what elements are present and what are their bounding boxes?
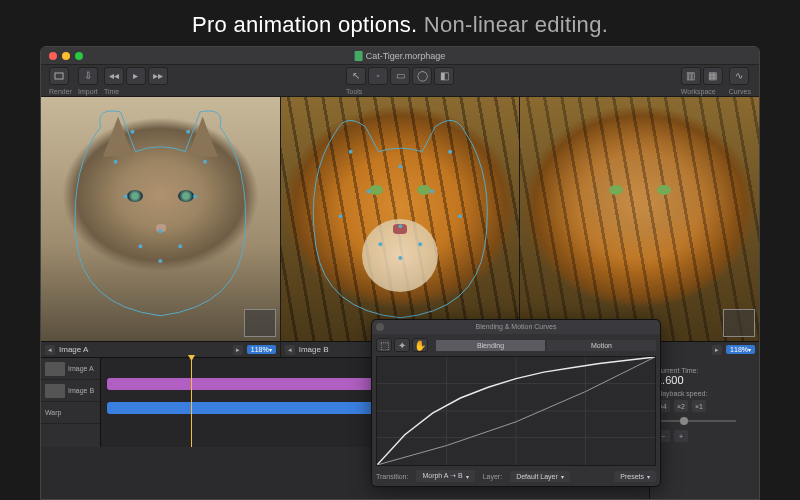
- svg-rect-0: [55, 73, 63, 79]
- tab-motion[interactable]: Motion: [547, 340, 656, 351]
- viewports: ◂ Image A ▸ 118% ◂ Image B ▸ 118%: [41, 97, 759, 357]
- hand-tool-icon[interactable]: ✋: [412, 338, 428, 352]
- speed-slider[interactable]: [656, 420, 736, 422]
- layer-dropdown[interactable]: Default Layer: [510, 471, 570, 482]
- document-icon: [355, 51, 363, 61]
- play-button[interactable]: ▸: [126, 67, 146, 85]
- transition-label: Transition:: [376, 473, 408, 480]
- close-icon[interactable]: [376, 323, 384, 331]
- current-time-label: Current Time:: [656, 367, 753, 374]
- playhead[interactable]: [191, 358, 192, 447]
- workspace-label: Workspace: [681, 88, 716, 95]
- chevron-right-icon[interactable]: ▸: [233, 345, 243, 355]
- minimize-icon[interactable]: [62, 52, 70, 60]
- tools-label: Tools: [346, 88, 362, 95]
- zoom-dropdown[interactable]: 118%: [726, 345, 755, 354]
- render-label: Render: [49, 88, 72, 95]
- maximize-icon[interactable]: [75, 52, 83, 60]
- workspace-1-button[interactable]: ▥: [681, 67, 701, 85]
- track-label-a[interactable]: Image A: [41, 358, 100, 380]
- side-panel: Current Time: 1.600 Playback speed: ×4 ×…: [649, 357, 759, 499]
- toolbar: Render ⇩ Import ◂◂ ▸ ▸▸ Time ↖ ◦ ▭ ◯ ◧: [41, 65, 759, 97]
- curve-graph[interactable]: [376, 356, 656, 466]
- time-label: Time: [104, 88, 119, 95]
- panel-title: Blending & Motion Curves: [372, 320, 660, 334]
- slider-knob[interactable]: [680, 417, 688, 425]
- viewport-a[interactable]: ◂ Image A ▸ 118%: [41, 97, 280, 357]
- viewport-preview[interactable]: ◂ ▸ 118%: [520, 97, 759, 357]
- document-title: Cat-Tiger.morphage: [355, 51, 446, 61]
- chevron-right-icon[interactable]: ▸: [712, 345, 722, 355]
- speed-x1-button[interactable]: ×1: [692, 400, 706, 412]
- arrow-tool[interactable]: ↖: [346, 67, 366, 85]
- window-controls: [41, 52, 83, 60]
- viewport-b[interactable]: ◂ Image B ▸ 118%: [281, 97, 520, 357]
- curve-tool-2-icon[interactable]: ✦: [394, 338, 410, 352]
- playback-speed-label: Playback speed:: [656, 390, 753, 397]
- import-button[interactable]: ⇩: [78, 67, 98, 85]
- document-name: Cat-Tiger.morphage: [366, 51, 446, 61]
- timeline-labels: Image A Image B Warp: [41, 358, 101, 447]
- import-label: Import: [78, 88, 98, 95]
- rewind-button[interactable]: ◂◂: [104, 67, 124, 85]
- speed-x2-button[interactable]: ×2: [674, 400, 688, 412]
- chevron-left-icon[interactable]: ◂: [45, 345, 55, 355]
- titlebar: Cat-Tiger.morphage: [41, 47, 759, 65]
- current-time-value: 1.600: [656, 374, 753, 386]
- app-window: Cat-Tiger.morphage Render ⇩ Import ◂◂ ▸ …: [40, 46, 760, 500]
- headline: Pro animation options. Non-linear editin…: [0, 0, 800, 48]
- tab-blending[interactable]: Blending: [436, 340, 545, 351]
- workspace-2-button[interactable]: ▦: [703, 67, 723, 85]
- rect-tool[interactable]: ▭: [390, 67, 410, 85]
- curve-tool-1-icon[interactable]: ⬚: [376, 338, 392, 352]
- viewport-a-label: Image A: [59, 345, 229, 354]
- shape-tool[interactable]: ◯: [412, 67, 432, 85]
- track-label-b[interactable]: Image B: [41, 380, 100, 402]
- layer-label: Layer:: [483, 473, 502, 480]
- zoom-dropdown[interactable]: 118%: [247, 345, 276, 354]
- point-tool[interactable]: ◦: [368, 67, 388, 85]
- transition-dropdown[interactable]: Morph A ⇢ B: [416, 470, 474, 482]
- forward-button[interactable]: ▸▸: [148, 67, 168, 85]
- headline-rest: Non-linear editing.: [417, 12, 608, 37]
- plus-button[interactable]: +: [674, 430, 688, 442]
- mask-tool[interactable]: ◧: [434, 67, 454, 85]
- navigator-thumb[interactable]: [244, 309, 276, 337]
- chevron-left-icon[interactable]: ◂: [285, 345, 295, 355]
- navigator-thumb[interactable]: [723, 309, 755, 337]
- close-icon[interactable]: [49, 52, 57, 60]
- track-label-warp[interactable]: Warp: [41, 402, 100, 424]
- render-button[interactable]: [49, 67, 69, 85]
- headline-strong: Pro animation options.: [192, 12, 418, 37]
- presets-dropdown[interactable]: Presets: [614, 471, 656, 482]
- curves-button[interactable]: ∿: [729, 67, 749, 85]
- curves-label: Curves: [729, 88, 751, 95]
- curves-panel: Blending & Motion Curves ⬚ ✦ ✋ Blending …: [371, 319, 661, 487]
